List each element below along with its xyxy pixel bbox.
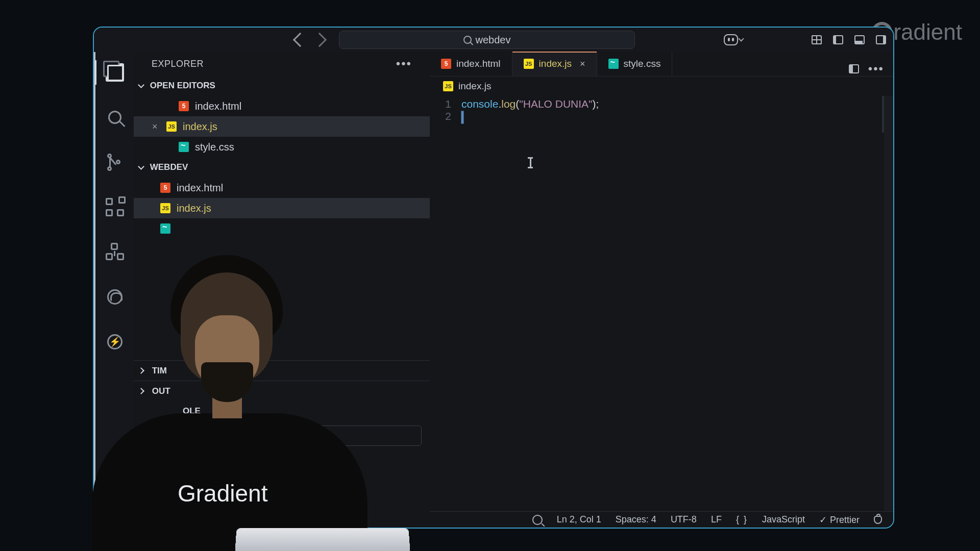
files-icon: [106, 63, 124, 82]
file-index-js[interactable]: JSindex.js: [134, 198, 430, 218]
breadcrumb[interactable]: JS index.js: [430, 77, 893, 96]
activity-bar: ⚡: [94, 52, 134, 528]
open-editor-index-html[interactable]: 5index.html: [134, 96, 430, 116]
open-editors-section[interactable]: OPEN EDITORS: [134, 76, 430, 96]
nav-back-icon[interactable]: [293, 33, 307, 47]
editor-group: 5index.html JSindex.js× style.css ••• JS…: [430, 52, 893, 528]
html-icon: 5: [160, 183, 170, 193]
tailwind-icon: [608, 59, 619, 69]
status-bar: Ln 2, Col 1 Spaces: 4 UTF-8 LF { } JavaS…: [430, 511, 893, 528]
js-icon: JS: [166, 121, 177, 132]
remote-icon: [106, 243, 124, 261]
editor-tabs: 5index.html JSindex.js× style.css •••: [430, 52, 893, 77]
scrollbar[interactable]: [884, 96, 893, 511]
bolt-icon: ⚡: [107, 334, 122, 349]
close-icon[interactable]: ×: [580, 59, 585, 69]
chevron-down-icon[interactable]: [738, 36, 744, 41]
status-indent[interactable]: Spaces: 4: [616, 514, 656, 525]
html-icon: 5: [179, 101, 189, 111]
status-formatter[interactable]: Prettier: [819, 514, 860, 525]
activity-source-control[interactable]: [95, 146, 135, 179]
zoom-icon[interactable]: [532, 515, 543, 525]
activity-tree[interactable]: [95, 281, 135, 313]
split-editor-icon[interactable]: [849, 64, 859, 73]
tab-index-js[interactable]: JSindex.js×: [512, 52, 597, 76]
command-center-search[interactable]: webdev: [339, 31, 635, 49]
code-line-2[interactable]: [461, 110, 893, 122]
search-icon: [108, 111, 121, 124]
activity-explorer[interactable]: [95, 56, 135, 89]
code-editor[interactable]: 1console.log("HALO DUNIA"); 2: [430, 96, 893, 511]
line-number: 2: [430, 110, 461, 122]
bell-icon[interactable]: [874, 516, 882, 524]
js-icon: JS: [443, 81, 453, 91]
close-icon[interactable]: ×: [152, 121, 160, 132]
search-value: webdev: [476, 34, 511, 46]
status-encoding[interactable]: UTF-8: [671, 514, 697, 525]
status-cursor-pos[interactable]: Ln 2, Col 1: [557, 514, 601, 525]
status-eol[interactable]: LF: [711, 514, 722, 525]
explorer-title: EXPLORER: [152, 59, 204, 69]
tailwind-icon: [160, 223, 170, 234]
activity-search[interactable]: [95, 101, 135, 134]
status-braces-icon[interactable]: { }: [736, 514, 748, 525]
editor-more-icon[interactable]: •••: [868, 62, 884, 76]
copilot-icon[interactable]: [724, 34, 738, 45]
nav-forward-icon[interactable]: [312, 33, 327, 47]
file-style-css[interactable]: [134, 218, 430, 239]
explorer-panel: EXPLORER ••• OPEN EDITORS 5index.html ×J…: [134, 52, 430, 528]
file-index-html[interactable]: 5index.html: [134, 178, 430, 198]
toggle-secondary-panel-icon[interactable]: [876, 35, 886, 44]
js-icon: JS: [524, 59, 534, 69]
tree-icon: [107, 289, 122, 305]
activity-extensions[interactable]: [95, 191, 135, 223]
layout-grid-icon[interactable]: [812, 35, 822, 44]
tab-style-css[interactable]: style.css: [597, 52, 673, 76]
git-branch-icon: [107, 154, 122, 171]
status-language[interactable]: JavaScript: [762, 514, 805, 525]
html-icon: 5: [441, 59, 451, 69]
more-icon[interactable]: •••: [396, 57, 412, 71]
ibeam-cursor-icon: [530, 157, 531, 168]
console-input[interactable]: de, \escape): [164, 425, 422, 446]
search-icon: [463, 36, 472, 44]
open-editor-index-js[interactable]: ×JSindex.js: [134, 116, 430, 137]
code-line-1[interactable]: console.log("HALO DUNIA");: [461, 98, 893, 110]
section-timeline[interactable]: TIM: [134, 360, 430, 381]
section-outline[interactable]: OUT: [134, 381, 430, 401]
tailwind-icon: [179, 142, 189, 152]
section-console[interactable]: OLE: [134, 401, 430, 421]
vscode-window: webdev ⚡ EXPLORER •••: [93, 27, 894, 529]
toggle-bottom-panel-icon[interactable]: [854, 35, 865, 44]
line-number: 1: [430, 98, 461, 110]
text-cursor: [461, 111, 463, 123]
workspace-section[interactable]: WEBDEV: [134, 157, 430, 178]
titlebar: webdev: [94, 28, 893, 52]
js-icon: JS: [160, 203, 170, 213]
activity-remote[interactable]: [95, 236, 135, 268]
activity-thunder[interactable]: ⚡: [95, 325, 135, 358]
laptop: [235, 528, 410, 551]
toggle-primary-panel-icon[interactable]: [833, 35, 843, 44]
extensions-icon: [106, 198, 124, 216]
tab-index-html[interactable]: 5index.html: [430, 52, 512, 76]
open-editor-style-css[interactable]: style.css: [134, 137, 430, 157]
